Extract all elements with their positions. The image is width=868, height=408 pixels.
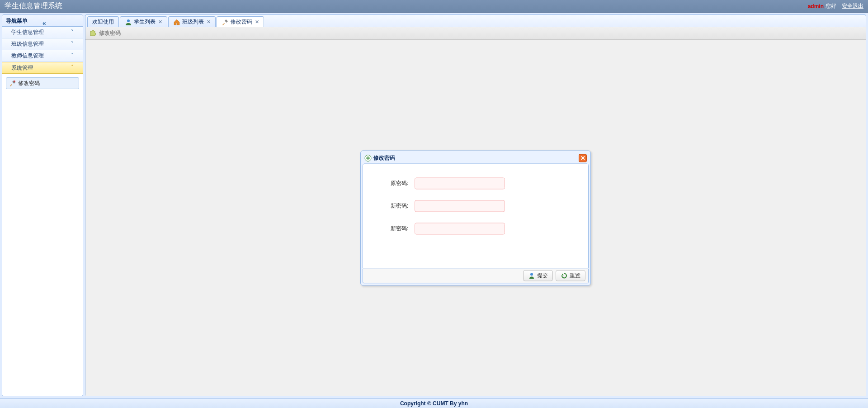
tab-close-icon[interactable]: ✕ (207, 19, 211, 25)
dialog-close-button[interactable]: ✕ (579, 154, 587, 162)
footer: Copyright © CUMT By yhn (0, 398, 868, 408)
logout-link[interactable]: 安全退出 (842, 2, 863, 10)
home-icon (173, 19, 180, 26)
sidebar-body: 修改密码 (2, 74, 83, 396)
chevron-down-icon (71, 29, 78, 36)
add-icon (364, 154, 372, 161)
tab-close-icon[interactable]: ✕ (158, 19, 162, 25)
refresh-icon (561, 272, 568, 279)
submit-button[interactable]: 提交 (523, 270, 553, 281)
confirm-password-input[interactable] (415, 223, 505, 234)
chevron-up-icon (71, 64, 78, 71)
user-area: admin 您好 安全退出 (808, 2, 863, 10)
tools-icon (222, 19, 229, 26)
app-title: 学生信息管理系统 (5, 1, 808, 11)
footer-text: Copyright © CUMT By yhn (400, 400, 468, 407)
svg-point-0 (14, 81, 15, 82)
app-header: 学生信息管理系统 admin 您好 安全退出 (0, 0, 868, 13)
tabs-strip: 欢迎使用 学生列表 ✕ 班级列表 ✕ (85, 14, 866, 27)
dialog-body: 原密码: 新密码: 新密码: (363, 163, 589, 268)
tree-node-label: 修改密码 (18, 80, 40, 87)
form-row-old-password: 原密码: (372, 177, 579, 189)
tools-icon (9, 80, 16, 87)
tab-welcome[interactable]: 欢迎使用 (87, 16, 119, 27)
user-icon (125, 19, 132, 26)
main-area: 欢迎使用 学生列表 ✕ 班级列表 ✕ (85, 14, 866, 396)
sidebar-item-label: 学生信息管理 (11, 28, 71, 36)
tab-label: 班级列表 (182, 18, 204, 26)
sidebar-item-label: 班级信息管理 (11, 40, 71, 48)
tab-label: 学生列表 (134, 18, 156, 26)
panel-title: 修改密码 (99, 29, 121, 37)
old-password-label: 原密码: (372, 180, 408, 187)
tab-close-icon[interactable]: ✕ (255, 19, 259, 25)
new-password-input[interactable] (415, 200, 505, 212)
dialog-title: 修改密码 (373, 154, 577, 162)
reset-button[interactable]: 重置 (556, 270, 585, 281)
sidebar-item-system-settings[interactable]: 系统管理 (2, 62, 83, 74)
tab-panel: 修改密码 修改密码 ✕ (85, 27, 866, 396)
svg-point-5 (530, 273, 533, 275)
tab-label: 修改密码 (231, 18, 252, 26)
sidebar-item-label: 教师信息管理 (11, 52, 71, 60)
sidebar-title-bar: 导航菜单 (2, 15, 83, 27)
submit-label: 提交 (537, 272, 548, 280)
dialog-title-bar[interactable]: 修改密码 ✕ (363, 152, 589, 163)
reset-label: 重置 (570, 272, 580, 280)
sidebar-item-class-info[interactable]: 班级信息管理 (2, 38, 83, 50)
form-row-confirm-password: 新密码: (372, 223, 579, 234)
panel-title-bar: 修改密码 (85, 27, 866, 40)
sidebar-item-teacher-info[interactable]: 教师信息管理 (2, 50, 83, 62)
tab-change-password[interactable]: 修改密码 ✕ (217, 16, 264, 27)
form-row-new-password: 新密码: (372, 200, 579, 212)
svg-point-1 (127, 19, 130, 22)
greeting-text: 您好 (826, 2, 836, 10)
svg-rect-4 (366, 157, 370, 158)
chevron-down-icon (71, 41, 78, 48)
user-icon (528, 272, 535, 279)
sidebar-item-label: 系统管理 (11, 64, 71, 72)
sidebar-item-student-info[interactable]: 学生信息管理 (2, 27, 83, 38)
chevron-down-icon (71, 52, 78, 60)
confirm-password-label: 新密码: (372, 225, 408, 232)
change-password-dialog: 修改密码 ✕ 原密码: 新密码: (360, 150, 591, 285)
current-user: admin (808, 3, 824, 9)
sidebar: 导航菜单 学生信息管理 班级信息管理 教师信息管理 系统管理 (2, 14, 83, 396)
puzzle-icon (89, 30, 96, 37)
new-password-label: 新密码: (372, 202, 408, 210)
sidebar-title: 导航菜单 (6, 15, 42, 27)
old-password-input[interactable] (415, 177, 505, 189)
tab-label: 欢迎使用 (92, 18, 114, 26)
panel-body: 修改密码 ✕ 原密码: 新密码: (85, 40, 866, 396)
tree-node-change-password[interactable]: 修改密码 (6, 77, 79, 89)
tab-class-list[interactable]: 班级列表 ✕ (168, 16, 216, 27)
tab-student-list[interactable]: 学生列表 ✕ (120, 16, 167, 27)
collapse-left-icon[interactable] (42, 17, 79, 24)
dialog-buttons: 提交 重置 (363, 268, 589, 283)
